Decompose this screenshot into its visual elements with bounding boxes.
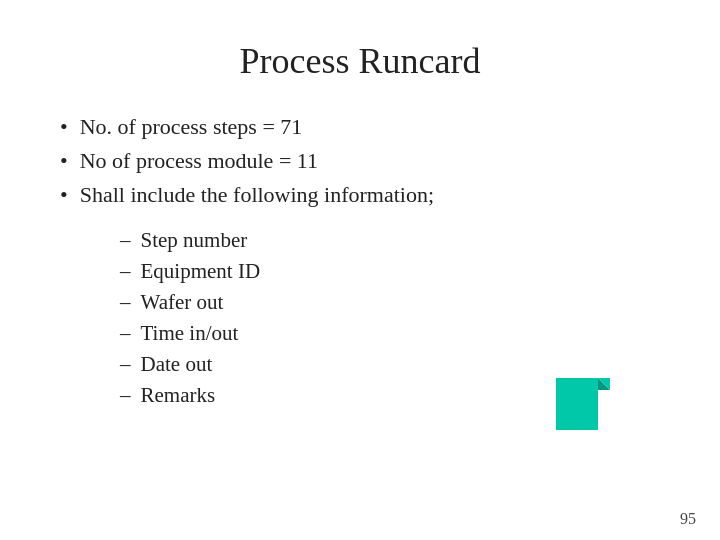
bullet-symbol-2: • [60, 148, 68, 174]
sub-text-2: Equipment ID [141, 259, 261, 284]
document-icon [556, 366, 610, 430]
bullet-item-1: • No. of process steps = 71 [60, 114, 660, 140]
main-bullet-list: • No. of process steps = 71 • No of proc… [60, 114, 660, 208]
page-number: 95 [680, 510, 696, 528]
sub-text-6: Remarks [141, 383, 216, 408]
svg-marker-0 [556, 378, 598, 430]
slide-title: Process Runcard [60, 40, 660, 82]
sub-text-5: Date out [141, 352, 213, 377]
dash-3: – [120, 290, 131, 315]
bullet-text-1: No. of process steps = 71 [80, 114, 303, 140]
sub-text-3: Wafer out [141, 290, 224, 315]
sub-item-4: – Time in/out [120, 321, 660, 346]
dash-1: – [120, 228, 131, 253]
bullet-text-3: Shall include the following information; [80, 182, 434, 208]
sub-item-2: – Equipment ID [120, 259, 660, 284]
dash-2: – [120, 259, 131, 284]
bullet-symbol-3: • [60, 182, 68, 208]
dash-5: – [120, 352, 131, 377]
bullet-text-2: No of process module = 11 [80, 148, 318, 174]
sub-text-1: Step number [141, 228, 248, 253]
bullet-symbol-1: • [60, 114, 68, 140]
sub-item-1: – Step number [120, 228, 660, 253]
dash-6: – [120, 383, 131, 408]
dash-4: – [120, 321, 131, 346]
doc-svg [556, 366, 610, 430]
sub-item-3: – Wafer out [120, 290, 660, 315]
sub-text-4: Time in/out [141, 321, 239, 346]
slide: Process Runcard • No. of process steps =… [0, 0, 720, 540]
bullet-item-2: • No of process module = 11 [60, 148, 660, 174]
bullet-item-3: • Shall include the following informatio… [60, 182, 660, 208]
